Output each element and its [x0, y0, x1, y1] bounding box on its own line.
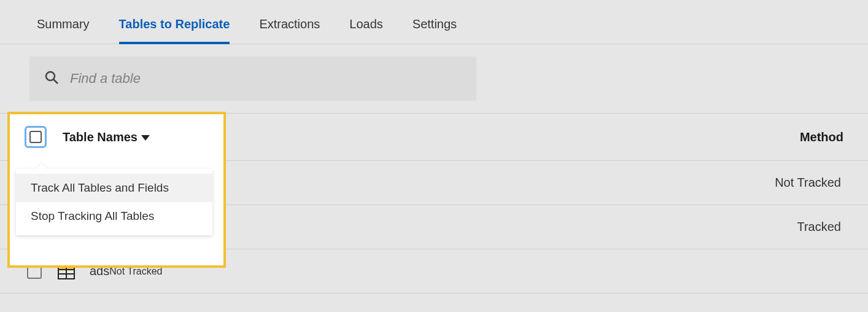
tab-bar: Summary Tables to Replicate Extractions … [0, 0, 868, 44]
search-container [0, 44, 868, 101]
caret-down-icon [141, 135, 150, 141]
row-method: Not Tracked [109, 266, 162, 277]
checkbox-inner [29, 131, 42, 143]
tab-settings[interactable]: Settings [413, 17, 457, 44]
select-all-checkbox[interactable] [25, 126, 47, 148]
search-box[interactable] [29, 57, 476, 101]
tab-extractions[interactable]: Extractions [259, 17, 320, 44]
svg-point-0 [46, 72, 55, 80]
table-row: ads Not Tracked [0, 249, 868, 294]
tab-loads[interactable]: Loads [349, 17, 383, 44]
row-method: Tracked [797, 220, 841, 234]
table-area: Table Names Method Track All Tables and … [0, 113, 868, 294]
row-name: ads [90, 264, 109, 278]
table-names-dropdown: Track All Tables and Fields Stop Trackin… [16, 169, 212, 235]
column-header-method: Method [800, 130, 843, 144]
row-method: Not Tracked [775, 176, 841, 190]
row-checkbox[interactable] [27, 264, 42, 279]
table-header-row: Table Names Method Track All Tables and … [0, 113, 868, 161]
tab-tables-to-replicate[interactable]: Tables to Replicate [119, 17, 230, 44]
column-header-table-names[interactable]: Table Names [63, 130, 150, 144]
dropdown-track-all[interactable]: Track All Tables and Fields [16, 174, 212, 202]
search-input[interactable] [70, 71, 462, 87]
dropdown-stop-all[interactable]: Stop Tracking All Tables [16, 202, 212, 230]
table-icon [58, 263, 75, 279]
search-icon [44, 70, 59, 87]
tab-summary[interactable]: Summary [37, 17, 90, 44]
column-header-table-names-label: Table Names [63, 130, 138, 144]
svg-line-1 [54, 80, 58, 84]
